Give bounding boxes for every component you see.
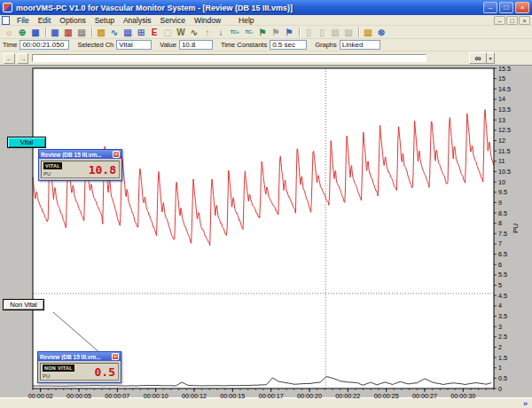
graphs-label: Graphs	[315, 41, 337, 49]
monitor-title-bar[interactable]: Review (DB 15 III.vm... ×	[38, 352, 121, 361]
y-axis-unit-label: PU	[512, 224, 520, 233]
menu-bar: FileEditOptionsSetupAnalysisServiceWindo…	[0, 15, 532, 26]
minimize-button[interactable]: –	[483, 2, 497, 13]
flag-start-button[interactable]: ⚑	[256, 27, 269, 38]
y-tick-label: 13	[498, 116, 505, 124]
selected-ch-label: Selected Ch	[77, 41, 113, 49]
tc-minus-button[interactable]: TC-	[242, 27, 255, 38]
y-tick-label: 8	[498, 219, 502, 227]
zigzag-wave-button[interactable]: W	[175, 27, 187, 38]
review-chart[interactable]: 00.511.522.533.544.555.566.577.588.599.5…	[0, 66, 532, 398]
x-tick-label: 00:00:05	[66, 392, 91, 398]
measurement-table-button[interactable]: ▦	[49, 27, 61, 38]
print-button[interactable]: ▤	[362, 27, 374, 38]
export-table-button[interactable]: ▤	[75, 27, 88, 38]
web-button[interactable]: ⊛	[375, 27, 387, 38]
events-button[interactable]: E	[148, 27, 160, 38]
close-button[interactable]: ×	[515, 2, 529, 13]
y-tick-label: 3.5	[498, 312, 507, 320]
menu-edit[interactable]: Edit	[34, 16, 56, 25]
time-constants-input[interactable]	[270, 40, 307, 50]
y-tick-label: 8.5	[498, 209, 507, 217]
x-tick-label: 00:00:12	[182, 392, 207, 398]
monitor-body: VITAL PU 10.8	[39, 159, 121, 180]
toolbar-separator	[358, 27, 359, 37]
unit-label: PU	[43, 171, 51, 177]
menu-options[interactable]: Options	[55, 16, 90, 25]
monitor-close-button[interactable]: ×	[112, 353, 119, 360]
plot-area[interactable]	[33, 68, 494, 388]
graph-view-button[interactable]: ∿	[108, 27, 121, 38]
vital-monitor-window[interactable]: Review (DB 15 III.vm... × VITAL PU 10.8	[38, 149, 122, 181]
marker-down-button[interactable]: ↓	[215, 27, 227, 38]
monitor-title-bar[interactable]: Review (DB 15 III.vm... ×	[39, 150, 121, 159]
graph-setup-button[interactable]: ▨	[95, 27, 107, 38]
setup-button[interactable]: ☼	[3, 27, 15, 38]
nonvital-channel-button[interactable]: Non Vital	[3, 299, 44, 310]
nonvital-value: 0.5	[95, 365, 115, 379]
tc-plus-button[interactable]: TC+	[228, 27, 241, 38]
channel-list-button[interactable]: ▤	[121, 27, 134, 38]
selected-ch-input[interactable]	[116, 40, 152, 50]
value-input[interactable]	[179, 40, 213, 50]
display-window-button[interactable]: ⊞	[135, 27, 147, 38]
scroll-right-button[interactable]: →	[17, 53, 28, 64]
x-tick-label: 00:00:10	[144, 392, 168, 398]
vital-channel-button[interactable]: Vital	[7, 137, 46, 148]
menu-window[interactable]: Window	[190, 16, 225, 25]
graphs-input[interactable]	[340, 40, 380, 50]
channel-label: NON VITAL	[43, 365, 74, 372]
menu-analysis[interactable]: Analysis	[119, 16, 156, 25]
y-tick-label: 7	[498, 239, 502, 247]
y-tick-label: 12.5	[498, 126, 511, 134]
monitor-close-button[interactable]: ×	[113, 151, 120, 158]
y-tick-label: 2	[498, 343, 502, 351]
field-group-graphs: Graphs	[315, 40, 380, 50]
field-group-time-constants: Time Constants	[221, 40, 307, 50]
maximize-button[interactable]: □	[499, 2, 513, 13]
toolbar: ☼⊕▦▦▥▤▨∿▤⊞E▢W∿↑↓TC+TC-⚑⚑⚑▯▯▤▤▤⊛	[0, 26, 532, 39]
toolbar-separator	[299, 27, 300, 37]
nav-bar: ← → ∞ ▾	[0, 51, 532, 65]
document-icon	[2, 16, 10, 25]
smooth-wave-button[interactable]: ∿	[188, 27, 200, 38]
more-indicator[interactable]: »	[523, 399, 528, 408]
menu-service[interactable]: Service	[156, 16, 190, 25]
graph-panel: 00.511.522.533.544.555.566.577.588.599.5…	[0, 65, 532, 397]
y-tick-label: 10	[498, 178, 505, 186]
y-tick-label: 7.5	[498, 230, 507, 238]
flag-add-button[interactable]: ⚑	[283, 27, 295, 38]
flag-neutral-button[interactable]: ⚑	[270, 27, 282, 38]
menu-help[interactable]: Help	[234, 16, 258, 25]
toolbar-separator	[91, 27, 92, 37]
time-input[interactable]	[20, 40, 69, 50]
x-tick-label: 00:00:25	[374, 392, 399, 398]
x-tick-label: 00:00:22	[335, 392, 360, 398]
patient-details-button[interactable]: ▥	[62, 27, 74, 38]
scroll-left-button[interactable]: ←	[4, 53, 15, 64]
marker-up-button[interactable]: ↑	[201, 27, 214, 38]
find-options-button[interactable]: ▾	[487, 52, 495, 64]
time-scrollbar[interactable]	[32, 54, 426, 62]
vital-value: 10.8	[89, 163, 116, 177]
time-constants-label: Time Constants	[221, 41, 267, 49]
nonvital-display: NON VITAL PU 0.5	[40, 363, 119, 381]
menu-file[interactable]: File	[12, 16, 34, 25]
y-tick-label: 0.5	[498, 374, 507, 382]
save-button[interactable]: ▦	[29, 27, 42, 38]
y-tick-label: 10.5	[498, 168, 511, 176]
y-tick-label: 13.5	[498, 106, 511, 114]
open-review-button[interactable]: ⊕	[16, 27, 28, 38]
child-minimize-button[interactable]: –	[494, 16, 505, 25]
cut-button: ▯	[302, 27, 315, 38]
y-tick-label: 11.5	[498, 147, 510, 155]
nonvital-monitor-window[interactable]: Review (DB 15 III.vm... × NON VITAL PU 0…	[37, 351, 121, 383]
x-tick-label: 00:00:27	[412, 392, 437, 398]
find-button[interactable]: ∞	[469, 52, 487, 64]
delete-button: ▤	[342, 27, 355, 38]
unit-label: PU	[43, 373, 50, 379]
field-group-time: Time	[3, 40, 69, 50]
child-close-button[interactable]: ×	[519, 16, 530, 25]
child-restore-button[interactable]: □	[506, 16, 518, 25]
menu-setup[interactable]: Setup	[90, 16, 119, 25]
